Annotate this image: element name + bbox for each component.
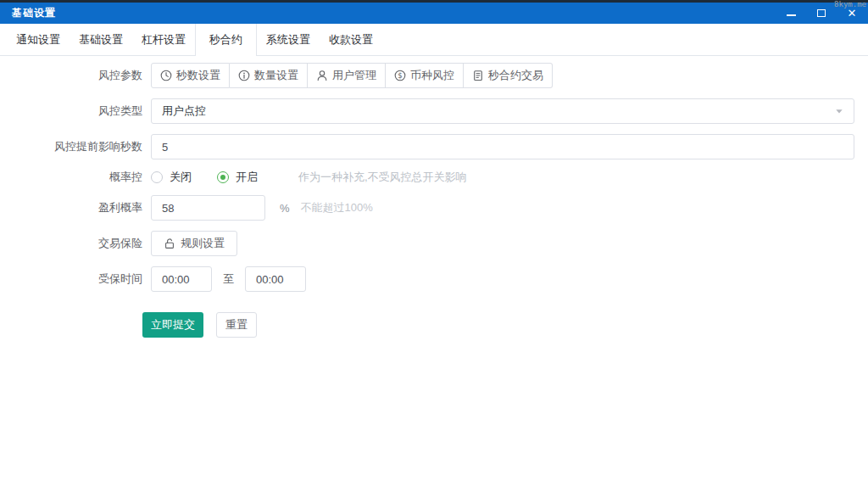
trade-insurance-row: 交易保险 规则设置 — [0, 231, 868, 256]
submit-button[interactable]: 立即提交 — [142, 312, 203, 338]
radio-off-label: 关闭 — [170, 170, 192, 185]
minimize-button[interactable] — [786, 7, 796, 20]
seconds-setting-button[interactable]: 秒数设置 — [151, 63, 230, 88]
button-label: 用户管理 — [332, 68, 376, 83]
radio-on-label: 开启 — [236, 170, 258, 185]
risk-params-button-group: 秒数设置 数量设置 用户管理 — [151, 63, 553, 88]
insured-time-to-input[interactable] — [245, 266, 306, 292]
risk-type-value: 用户点控 — [162, 103, 206, 119]
user-icon — [316, 70, 328, 81]
watermark: 8kym.me — [834, 0, 866, 8]
profit-probability-input[interactable] — [151, 195, 265, 221]
button-label: 数量设置 — [254, 68, 298, 83]
minimize-icon — [787, 14, 796, 16]
probability-radio-group: 关闭 开启 — [151, 170, 283, 185]
clock-icon — [160, 70, 172, 81]
advance-seconds-label: 风控提前影响秒数 — [0, 139, 142, 154]
quantity-setting-button[interactable]: 数量设置 — [230, 63, 308, 88]
settings-form: 风控参数 秒数设置 数量设置 — [0, 56, 868, 338]
button-label: 规则设置 — [181, 236, 225, 251]
reset-button[interactable]: 重置 — [216, 312, 257, 338]
radio-checked-icon — [217, 171, 229, 183]
tab-payment-settings[interactable]: 收款设置 — [320, 24, 382, 55]
risk-type-label: 风控类型 — [0, 103, 142, 119]
lock-open-icon — [164, 238, 175, 249]
button-label: 币种风控 — [410, 68, 454, 83]
percent-unit: % — [280, 202, 290, 215]
titlebar: 基础设置 ✕ — [0, 3, 868, 24]
info-icon — [238, 70, 250, 81]
svg-text:$: $ — [398, 71, 402, 80]
document-icon — [472, 70, 484, 81]
risk-params-row: 风控参数 秒数设置 数量设置 — [0, 63, 868, 88]
probability-radio-off[interactable]: 关闭 — [151, 170, 192, 185]
tab-system-settings[interactable]: 系统设置 — [257, 24, 320, 55]
maximize-icon — [817, 9, 826, 17]
form-actions: 立即提交 重置 — [142, 312, 868, 338]
close-icon: ✕ — [848, 8, 857, 19]
tab-bar: 通知设置 基础设置 杠杆设置 秒合约 系统设置 收款设置 — [0, 24, 868, 56]
insured-time-row: 受保时间 至 — [0, 266, 868, 292]
risk-params-label: 风控参数 — [0, 68, 142, 83]
trade-insurance-label: 交易保险 — [0, 236, 142, 251]
button-label: 秒合约交易 — [488, 68, 543, 83]
currency-risk-button[interactable]: $ 币种风控 — [386, 63, 464, 88]
tab-notify-settings[interactable]: 通知设置 — [7, 24, 70, 55]
insured-time-from-input[interactable] — [151, 266, 212, 292]
profit-probability-hint: 不能超过100% — [301, 200, 373, 215]
probability-control-row: 概率控 关闭 开启 作为一种补充,不受风控总开关影响 — [0, 170, 868, 185]
button-label: 秒数设置 — [176, 68, 220, 83]
radio-unchecked-icon — [151, 171, 163, 183]
advance-seconds-input[interactable] — [151, 134, 854, 159]
risk-type-select[interactable]: 用户点控 — [151, 98, 854, 124]
tab-basic-settings[interactable]: 基础设置 — [70, 24, 132, 55]
advance-seconds-row: 风控提前影响秒数 — [0, 134, 868, 159]
rule-settings-button[interactable]: 规则设置 — [151, 231, 237, 256]
caret-down-icon — [835, 107, 843, 115]
probability-control-label: 概率控 — [0, 170, 142, 185]
window-title: 基础设置 — [12, 6, 56, 20]
time-range-separator: 至 — [223, 271, 234, 287]
risk-type-row: 风控类型 用户点控 — [0, 98, 868, 124]
maximize-button[interactable] — [816, 7, 826, 20]
profit-probability-row: 盈利概率 % 不能超过100% — [0, 195, 868, 221]
user-management-button[interactable]: 用户管理 — [308, 63, 386, 88]
probability-radio-on[interactable]: 开启 — [217, 170, 258, 185]
probability-hint: 作为一种补充,不受风控总开关影响 — [298, 170, 467, 185]
tab-second-contract[interactable]: 秒合约 — [195, 24, 257, 55]
tab-leverage-settings[interactable]: 杠杆设置 — [132, 24, 195, 55]
app-window: 8kym.me 基础设置 ✕ 通知设置 基础设置 杠杆设置 秒合约 系统设置 收… — [0, 0, 868, 492]
contract-trade-button[interactable]: 秒合约交易 — [464, 63, 553, 88]
profit-probability-label: 盈利概率 — [0, 200, 142, 215]
dollar-icon: $ — [394, 70, 406, 81]
insured-time-label: 受保时间 — [0, 271, 142, 287]
